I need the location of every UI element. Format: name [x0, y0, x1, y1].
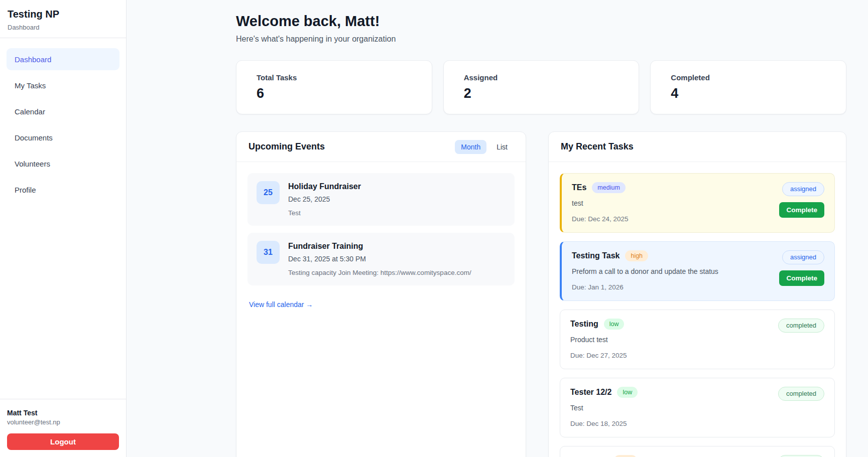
stat-value: 6 [257, 86, 412, 101]
sidebar-item-label: Profile [15, 186, 36, 194]
task-title: Tester 12/2 [570, 387, 611, 398]
sidebar-item-dashboard[interactable]: Dashboard [7, 48, 119, 70]
task-list-item: Call Steve high completed [560, 446, 835, 457]
dashboard-columns: Upcoming Events Month List 25 Holiday Fu… [236, 131, 846, 457]
events-panel-header: Upcoming Events Month List [236, 132, 526, 162]
task-title-row: Tester 12/2 low [570, 387, 638, 398]
task-description: Preform a call to a donor and update the… [572, 267, 718, 276]
stat-value: 4 [671, 86, 826, 101]
sidebar-item-my-tasks[interactable]: My Tasks [7, 74, 119, 96]
complete-task-button[interactable]: Complete [779, 202, 824, 218]
task-list-item: Tester 12/2 low Test Due: Dec 18, 2025 c… [560, 378, 835, 437]
stats-row: Total Tasks 6 Assigned 2 Completed 4 [236, 60, 846, 114]
task-description: Test [570, 403, 638, 413]
status-badge: assigned [782, 182, 824, 196]
task-title-row: TEs medium [572, 182, 629, 193]
list-view-button[interactable]: List [490, 140, 514, 154]
task-actions: completed [778, 319, 824, 333]
task-actions: assigned Complete [779, 182, 824, 218]
recent-tasks-panel: My Recent Tasks TEs medium test Due: Dec… [548, 131, 846, 457]
sidebar-nav: Dashboard My Tasks Calendar Documents Vo… [0, 38, 126, 215]
task-title: Testing Task [572, 250, 619, 261]
event-details: Fundraiser Training Dec 31, 2025 at 5:30… [288, 241, 471, 277]
stat-value: 2 [464, 86, 619, 101]
task-due-date: Due: Jan 1, 2026 [572, 283, 718, 292]
priority-badge: low [604, 319, 625, 330]
stat-label: Total Tasks [257, 73, 412, 82]
sidebar-item-label: My Tasks [15, 81, 46, 90]
priority-badge: high [625, 250, 648, 261]
event-title: Fundraiser Training [288, 241, 471, 252]
task-list-item: TEs medium test Due: Dec 24, 2025 assign… [560, 173, 835, 233]
calendar-view-toggle: Month List [455, 140, 514, 154]
task-actions: assigned Complete [779, 250, 824, 286]
upcoming-events-panel: Upcoming Events Month List 25 Holiday Fu… [236, 131, 526, 457]
task-title: Testing [570, 319, 598, 330]
sidebar-header: Testing NP Dashboard [0, 0, 126, 38]
event-list-item: 31 Fundraiser Training Dec 31, 2025 at 5… [247, 233, 515, 285]
event-date: Dec 25, 2025 [288, 194, 361, 204]
event-date: Dec 31, 2025 at 5:30 PM [288, 254, 471, 264]
user-name: Matt Test [7, 409, 119, 417]
task-title: Call Steve [570, 455, 608, 457]
task-title: TEs [572, 182, 586, 193]
event-list-item: 25 Holiday Fundraiser Dec 25, 2025 Test [247, 173, 515, 226]
priority-badge: medium [592, 182, 625, 193]
event-day-badge: 25 [257, 181, 280, 204]
page-subtitle: Here's what's happening in your organiza… [236, 33, 846, 45]
page-title: Welcome back, Matt! [236, 11, 846, 31]
events-list: 25 Holiday Fundraiser Dec 25, 2025 Test … [236, 162, 526, 320]
stat-card-assigned: Assigned 2 [443, 60, 640, 114]
tasks-panel-title: My Recent Tasks [561, 141, 634, 152]
sidebar: Testing NP Dashboard Dashboard My Tasks … [0, 0, 127, 457]
sidebar-item-label: Dashboard [15, 55, 51, 64]
task-list-item: Testing low Product test Due: Dec 27, 20… [560, 310, 835, 369]
task-description: Product test [570, 335, 627, 345]
sidebar-item-volunteers[interactable]: Volunteers [7, 153, 119, 175]
task-due-date: Due: Dec 18, 2025 [570, 419, 638, 428]
main-content: Welcome back, Matt! Here's what's happen… [127, 0, 868, 457]
priority-badge: high [614, 455, 637, 457]
sidebar-item-label: Calendar [15, 107, 45, 116]
task-description: test [572, 199, 629, 208]
sidebar-item-calendar[interactable]: Calendar [7, 100, 119, 122]
task-due-date: Due: Dec 27, 2025 [570, 351, 627, 360]
view-full-calendar-link[interactable]: View full calendar → [249, 300, 313, 309]
logout-button[interactable]: Logout [7, 433, 119, 450]
complete-task-button[interactable]: Complete [779, 270, 824, 286]
sidebar-item-profile[interactable]: Profile [7, 179, 119, 201]
user-email: volunteer@test.np [7, 418, 119, 426]
events-panel-title: Upcoming Events [249, 141, 325, 152]
task-actions: completed [778, 387, 824, 401]
task-title-row: Testing Task high [572, 250, 718, 261]
task-details: Tester 12/2 low Test Due: Dec 18, 2025 [570, 387, 638, 428]
stat-card-total-tasks: Total Tasks 6 [236, 60, 432, 114]
event-details: Holiday Fundraiser Dec 25, 2025 Test [288, 181, 361, 218]
task-due-date: Due: Dec 24, 2025 [572, 215, 629, 224]
task-details: TEs medium test Due: Dec 24, 2025 [572, 182, 629, 224]
sidebar-item-documents[interactable]: Documents [7, 126, 119, 148]
status-badge: completed [778, 387, 824, 401]
stat-label: Completed [671, 73, 826, 82]
month-view-button[interactable]: Month [455, 140, 486, 154]
task-details: Testing Task high Preform a call to a do… [572, 250, 718, 292]
status-badge: completed [778, 455, 824, 457]
org-name: Testing NP [8, 9, 118, 20]
task-actions: completed [778, 455, 824, 457]
event-day-badge: 31 [257, 241, 280, 264]
sidebar-footer: Matt Test volunteer@test.np Logout [0, 399, 126, 457]
stat-label: Assigned [464, 73, 619, 82]
priority-badge: low [617, 387, 638, 398]
task-title-row: Call Steve high [570, 455, 637, 457]
task-details: Testing low Product test Due: Dec 27, 20… [570, 319, 627, 360]
task-title-row: Testing low [570, 319, 627, 330]
org-subtitle: Dashboard [8, 24, 118, 31]
tasks-list: TEs medium test Due: Dec 24, 2025 assign… [549, 162, 846, 457]
status-badge: completed [778, 319, 824, 333]
status-badge: assigned [782, 250, 824, 264]
task-details: Call Steve high [570, 455, 637, 457]
task-list-item: Testing Task high Preform a call to a do… [560, 241, 835, 301]
event-description: Test [288, 209, 361, 218]
sidebar-item-label: Volunteers [15, 160, 50, 168]
event-description: Testing capacity Join Meeting: https://w… [288, 268, 471, 277]
